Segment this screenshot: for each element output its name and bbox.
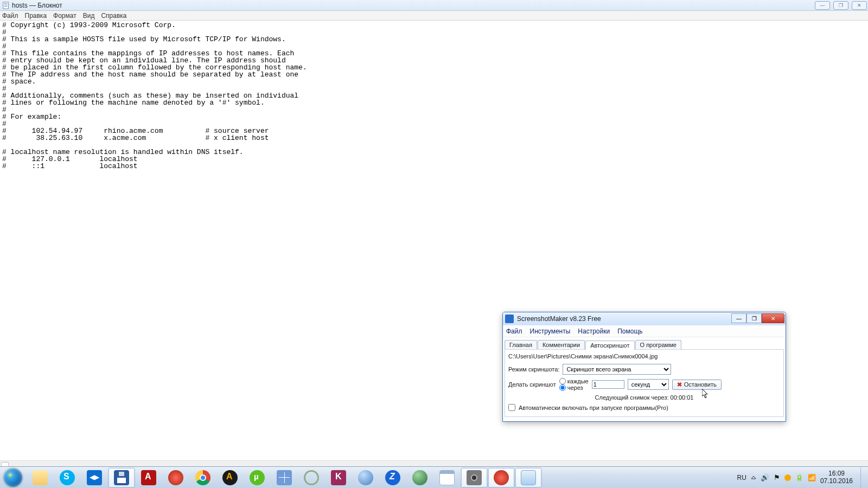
taskbar-k[interactable]: K bbox=[326, 468, 352, 487]
stop-button[interactable]: ✖Остановить bbox=[672, 380, 722, 390]
dmenu-settings[interactable]: Настройки bbox=[578, 328, 610, 335]
tray-alert-icon[interactable] bbox=[784, 474, 791, 481]
tab-comments[interactable]: Комментарии bbox=[538, 340, 585, 349]
taskbar: S ◀▶ A A µ K Z RU 🔊 ⚑ 🔋 📶 16:09 07.10.20… bbox=[0, 466, 868, 488]
taskbar-window[interactable] bbox=[434, 468, 460, 487]
taskbar-explorer[interactable] bbox=[27, 468, 53, 487]
menu-file[interactable]: Файл bbox=[2, 12, 18, 20]
calculator-icon bbox=[277, 470, 292, 485]
mode-select[interactable]: Скриншот всего экрана bbox=[563, 364, 671, 375]
taskbar-diskette[interactable] bbox=[108, 468, 135, 487]
opera-icon bbox=[168, 470, 183, 485]
notepad-titlebar: hosts — Блокнот — ❐ ✕ bbox=[0, 0, 868, 11]
tray-language[interactable]: RU bbox=[737, 474, 746, 481]
mode-label: Режим скриншота: bbox=[508, 366, 559, 373]
taskbar-aimp[interactable]: A bbox=[217, 468, 243, 487]
taskbar-utorrent[interactable]: µ bbox=[244, 468, 270, 487]
tray-volume-icon[interactable]: 🔊 bbox=[761, 473, 769, 481]
taskbar-globe-1[interactable] bbox=[353, 468, 379, 487]
taskbar-skype[interactable]: S bbox=[54, 468, 80, 487]
radio-every[interactable]: каждые bbox=[559, 378, 589, 384]
opera2-icon bbox=[494, 470, 509, 485]
svg-rect-0 bbox=[3, 2, 9, 8]
make-label: Делать скриншот bbox=[508, 381, 556, 388]
dialog-menubar: Файл Инструменты Настройки Помощь bbox=[503, 325, 786, 337]
z-icon: Z bbox=[385, 470, 400, 485]
maximise-button[interactable]: ❐ bbox=[833, 1, 848, 10]
globe-icon bbox=[358, 470, 373, 485]
tab-autoscreenshot[interactable]: Автоскриншот bbox=[585, 341, 634, 350]
unit-select[interactable]: секунд bbox=[628, 379, 669, 390]
chrome-icon bbox=[195, 470, 210, 485]
tray-flag-icon[interactable]: ⚑ bbox=[774, 473, 780, 481]
tab-about[interactable]: О программе bbox=[635, 340, 681, 349]
close-icon: ✖ bbox=[677, 381, 682, 388]
dmenu-help[interactable]: Помощь bbox=[617, 328, 642, 335]
save-path: C:\Users\User\Pictures\Снимки экрана\Сни… bbox=[508, 352, 780, 361]
tray-clock[interactable]: 16:09 07.10.2016 bbox=[820, 470, 856, 484]
taskbar-bluewindow[interactable] bbox=[515, 468, 541, 487]
taskbar-opera-1[interactable] bbox=[163, 468, 189, 487]
globe2-icon bbox=[412, 470, 427, 485]
taskbar-z[interactable]: Z bbox=[380, 468, 406, 487]
taskbar-teamviewer[interactable]: ◀▶ bbox=[81, 468, 107, 487]
tab-content: C:\Users\User\Pictures\Снимки экрана\Сни… bbox=[505, 349, 784, 417]
screenshotmaker-window: ScreenshotMaker v8.23 Free — ❐ ✕ Файл Ин… bbox=[502, 312, 786, 422]
close-button[interactable]: ✕ bbox=[852, 1, 867, 10]
taskbar-acrobat[interactable]: A bbox=[136, 468, 162, 487]
start-button[interactable] bbox=[0, 467, 26, 489]
taskbar-opera-2[interactable] bbox=[488, 468, 514, 487]
camera-icon bbox=[467, 470, 482, 485]
menu-help[interactable]: Справка bbox=[101, 12, 126, 20]
interval-input[interactable] bbox=[592, 380, 624, 389]
screenshotmaker-icon bbox=[505, 314, 514, 323]
dialog-tabs: Главная Комментарии Автоскриншот О прогр… bbox=[503, 337, 786, 349]
k-icon: K bbox=[331, 470, 346, 485]
dialog-close-button[interactable]: ✕ bbox=[762, 313, 784, 323]
minimise-button[interactable]: — bbox=[815, 1, 830, 10]
notepad-icon bbox=[2, 2, 10, 9]
next-shot-label: Следующий снимок через: 00:00:01 bbox=[508, 394, 780, 401]
tray-up-icon[interactable] bbox=[751, 475, 756, 480]
notepad-content[interactable]: # Copyright (c) 1993-2009 Microsoft Corp… bbox=[0, 21, 868, 171]
notepad-title: hosts — Блокнот bbox=[12, 2, 62, 9]
notepad-menubar: Файл Правка Формат Вид Справка bbox=[0, 11, 868, 21]
dmenu-tools[interactable]: Инструменты bbox=[530, 328, 571, 335]
folder-icon bbox=[33, 470, 48, 485]
dialog-maximise-button[interactable]: ❐ bbox=[746, 313, 762, 323]
skype-icon: S bbox=[60, 470, 75, 485]
taskbar-circle[interactable] bbox=[298, 468, 324, 487]
radio-after[interactable]: через bbox=[559, 384, 589, 391]
notepad-task-icon bbox=[521, 470, 536, 485]
tab-main[interactable]: Главная bbox=[505, 340, 537, 349]
taskbar-chrome[interactable] bbox=[190, 468, 216, 487]
tray-battery-icon[interactable]: 🔋 bbox=[795, 474, 803, 481]
menu-edit[interactable]: Правка bbox=[25, 12, 47, 20]
teamviewer-icon: ◀▶ bbox=[87, 470, 102, 485]
aimp-icon: A bbox=[222, 470, 238, 485]
acrobat-icon: A bbox=[141, 470, 156, 485]
taskbar-screenshotmaker[interactable] bbox=[461, 468, 487, 487]
taskbar-globe-2[interactable] bbox=[407, 468, 433, 487]
circle-icon bbox=[304, 470, 319, 485]
dialog-minimise-button[interactable]: — bbox=[731, 313, 746, 323]
taskbar-calculator[interactable] bbox=[271, 468, 297, 487]
window-icon bbox=[439, 470, 455, 485]
menu-format[interactable]: Формат bbox=[53, 12, 76, 20]
menu-view[interactable]: Вид bbox=[83, 12, 95, 20]
dialog-titlebar[interactable]: ScreenshotMaker v8.23 Free — ❐ ✕ bbox=[503, 312, 786, 325]
autostart-label: Автоматически включать при запуске прогр… bbox=[519, 404, 668, 411]
dmenu-file[interactable]: Файл bbox=[506, 328, 522, 335]
autostart-checkbox[interactable] bbox=[508, 404, 515, 411]
save-icon bbox=[114, 470, 129, 485]
show-desktop-button[interactable] bbox=[860, 467, 866, 488]
tray-network-icon[interactable]: 📶 bbox=[808, 474, 816, 481]
utorrent-icon: µ bbox=[250, 470, 265, 485]
dialog-title: ScreenshotMaker v8.23 Free bbox=[517, 315, 601, 323]
